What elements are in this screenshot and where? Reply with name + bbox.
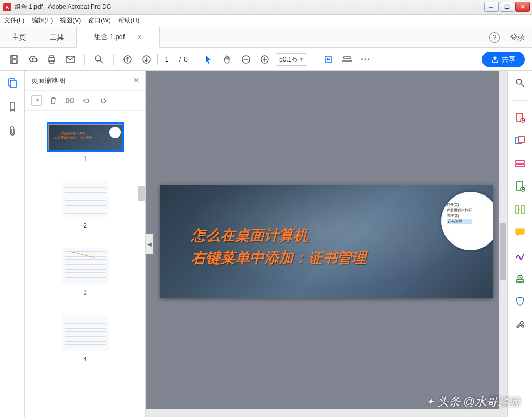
vertical-scroll-thumb[interactable] <box>500 223 506 280</box>
protect-icon[interactable] <box>514 296 526 307</box>
tab-bar: 主页 工具 组合 1.pdf × ? 登录 <box>0 27 532 48</box>
menu-view[interactable]: 视图(V) <box>60 16 81 25</box>
svg-rect-48 <box>521 206 524 213</box>
svg-rect-47 <box>516 206 519 213</box>
right-tool-rail <box>507 71 532 417</box>
minimize-button[interactable] <box>484 2 499 12</box>
search-tool-icon[interactable] <box>514 77 526 89</box>
svg-rect-6 <box>12 60 16 63</box>
thumbnail-panel: 页面缩略图 × ▼ 怎么在桌面计算机右键菜单中添加：证书管理 1 2 3 <box>25 71 146 417</box>
zoom-in-icon[interactable] <box>257 52 273 67</box>
fill-sign-icon[interactable] <box>514 250 526 261</box>
page-current-input[interactable] <box>157 54 176 65</box>
zoom-select[interactable]: 50.1% ▼ <box>276 53 307 66</box>
rotate-ccw-icon[interactable] <box>81 95 92 106</box>
edit-pdf-icon[interactable] <box>514 158 526 169</box>
tab-home[interactable]: 主页 <box>0 27 38 47</box>
next-page-icon[interactable] <box>139 52 154 67</box>
svg-point-53 <box>522 325 524 327</box>
menu-window[interactable]: 窗口(W) <box>88 16 110 25</box>
thumbnails-rail-icon[interactable] <box>7 77 18 89</box>
organize-pages-icon[interactable] <box>514 204 526 215</box>
svg-rect-10 <box>66 56 75 63</box>
svg-rect-21 <box>344 57 350 59</box>
create-pdf-icon[interactable] <box>514 112 526 124</box>
menu-edit[interactable]: 编辑(E) <box>32 16 53 25</box>
hand-tool-icon[interactable] <box>219 52 235 67</box>
fit-width-icon[interactable] <box>320 52 336 67</box>
tab-tools[interactable]: 工具 <box>38 27 76 47</box>
watermark-prefix: 头条 <box>437 394 460 410</box>
help-icon[interactable]: ? <box>489 32 500 43</box>
page-sep: / <box>179 56 181 63</box>
close-button[interactable] <box>515 2 530 12</box>
thumbnail-number: 4 <box>31 355 139 363</box>
thumbnail-list[interactable]: 怎么在桌面计算机右键菜单中添加：证书管理 1 2 3 4 <box>25 111 145 417</box>
share-button[interactable]: 共享 <box>482 52 525 67</box>
maximize-button[interactable] <box>500 2 514 12</box>
more-tools-icon[interactable] <box>514 318 526 330</box>
document-canvas[interactable]: ◀ 怎么在桌面计算机 右键菜单中添加：证书管理 打开(O) 在新进程中打开 管理… <box>146 71 507 417</box>
bookmarks-rail-icon[interactable] <box>7 101 18 113</box>
thumbnail-options-icon[interactable]: ▼ <box>31 95 42 106</box>
page-heading-text: 怎么在桌面计算机 右键菜单中添加：证书管理 <box>191 224 366 269</box>
login-link[interactable]: 登录 <box>510 33 525 42</box>
print-icon[interactable] <box>44 52 59 67</box>
tab-document[interactable]: 组合 1.pdf × <box>76 27 160 48</box>
thumbnail-image[interactable]: 怎么在桌面计算机右键菜单中添加：证书管理 <box>48 124 122 150</box>
cloud-icon[interactable] <box>25 52 41 67</box>
menu-bar: 文件(F) 编辑(E) 视图(V) 窗口(W) 帮助(H) <box>0 15 532 27</box>
thumbnail-item[interactable]: 3 <box>31 248 139 296</box>
svg-rect-41 <box>516 161 524 163</box>
delete-page-icon[interactable] <box>48 95 58 106</box>
thumbnail-scrollbar[interactable] <box>138 186 145 201</box>
thumbnail-item[interactable]: 4 <box>31 315 139 363</box>
comment-icon[interactable] <box>514 227 526 238</box>
thumbnail-image[interactable] <box>62 248 109 284</box>
menu-help[interactable]: 帮助(H) <box>118 16 140 25</box>
rotate-cw-icon[interactable] <box>98 95 108 106</box>
separator <box>513 100 527 101</box>
extract-page-icon[interactable] <box>65 95 75 106</box>
zoom-out-icon[interactable] <box>238 52 254 67</box>
svg-line-34 <box>521 84 524 87</box>
combine-files-icon[interactable] <box>514 135 526 146</box>
thumbnail-item[interactable]: 怎么在桌面计算机右键菜单中添加：证书管理 1 <box>31 124 139 163</box>
share-icon <box>491 56 499 63</box>
menu-file[interactable]: 文件(F) <box>4 16 24 25</box>
prev-page-icon[interactable] <box>120 52 135 67</box>
app-icon: A <box>3 3 11 11</box>
window-title: 组合 1.pdf - Adobe Acrobat Pro DC <box>15 3 111 11</box>
watermark-icon: ✦ <box>426 396 434 408</box>
thumbnail-image[interactable] <box>62 181 109 217</box>
thumbnail-item[interactable]: 2 <box>31 181 139 229</box>
thumbnail-toolbar: ▼ <box>25 91 145 111</box>
tab-close-icon[interactable]: × <box>138 33 142 41</box>
horizontal-scrollbar[interactable] <box>146 409 499 417</box>
thumbnail-image[interactable] <box>62 315 109 350</box>
watermark: ✦ 头条 @水哥经验 <box>426 394 521 410</box>
close-panel-icon[interactable]: × <box>133 75 139 86</box>
thumbnail-number: 1 <box>31 155 139 163</box>
find-icon[interactable] <box>91 52 107 67</box>
attachments-rail-icon[interactable] <box>7 125 18 137</box>
svg-rect-42 <box>516 164 524 167</box>
thumbnail-number: 3 <box>31 289 139 296</box>
more-tools-icon[interactable]: ··· <box>358 52 374 67</box>
page-display-icon[interactable] <box>339 52 355 67</box>
svg-rect-1 <box>505 5 509 9</box>
svg-rect-31 <box>71 99 73 103</box>
export-pdf-icon[interactable] <box>514 181 526 192</box>
email-icon[interactable] <box>63 52 78 67</box>
page-indicator: / 8 <box>157 54 188 65</box>
svg-rect-4 <box>10 56 18 63</box>
save-icon[interactable] <box>6 52 22 67</box>
page-view: 怎么在桌面计算机 右键菜单中添加：证书管理 打开(O) 在新进程中打开 管理(G… <box>160 185 493 298</box>
toolbar-separator <box>194 54 194 65</box>
main-area: 页面缩略图 × ▼ 怎么在桌面计算机右键菜单中添加：证书管理 1 2 3 <box>0 71 532 417</box>
thumbnail-number: 2 <box>31 222 139 229</box>
select-tool-icon[interactable] <box>201 52 216 67</box>
collapse-panel-icon[interactable]: ◀ <box>146 234 153 254</box>
watermark-author: @水哥经验 <box>463 394 521 410</box>
stamp-icon[interactable] <box>514 273 526 284</box>
